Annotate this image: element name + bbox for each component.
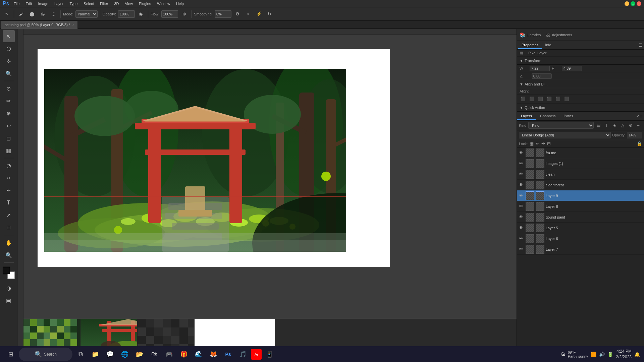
- layers-expand-icon[interactable]: ⤢: [636, 114, 639, 118]
- filter-shape-btn[interactable]: △: [619, 122, 626, 129]
- brush-toggle-2[interactable]: ⬡: [49, 9, 58, 19]
- quick-mask-toggle[interactable]: ◑: [3, 282, 15, 294]
- layer-item-clean[interactable]: 👁 clean: [517, 169, 644, 180]
- eye-icon-layer5[interactable]: 👁: [519, 225, 524, 230]
- symmetry-toggle[interactable]: ⚡: [254, 9, 264, 19]
- smoothing-input[interactable]: [215, 10, 231, 18]
- layer-kind-select[interactable]: Kind: [528, 122, 594, 129]
- taskbar-app-store[interactable]: 🛍: [148, 348, 161, 361]
- brush-preset-picker[interactable]: ⬤: [27, 9, 37, 19]
- filter-pixel-btn[interactable]: ▤: [595, 122, 602, 129]
- taskbar-app-gift[interactable]: 🎁: [177, 348, 191, 361]
- opacity-value-input[interactable]: [627, 132, 642, 138]
- maximize-button[interactable]: □: [631, 1, 635, 6]
- menu-layer[interactable]: Layer: [52, 1, 66, 6]
- align-center-h-btn[interactable]: ⬛: [528, 96, 535, 102]
- layer-item-layer8[interactable]: 👁 Layer 8: [517, 201, 644, 212]
- eye-icon-layer8[interactable]: 👁: [519, 204, 524, 209]
- eyedropper-tool[interactable]: 🔍: [3, 67, 15, 79]
- menu-plugins[interactable]: Plugins: [136, 1, 154, 6]
- layers-list[interactable]: 👁 fra.me 👁 images (1) 👁 clean: [517, 147, 644, 353]
- taskbar-app-phone[interactable]: 📱: [263, 348, 276, 361]
- screen-mode-toggle[interactable]: ▣: [3, 294, 15, 306]
- gradient-tool[interactable]: ▦: [3, 144, 15, 157]
- path-select-tool[interactable]: ↗: [3, 209, 15, 221]
- taskbar-app-files[interactable]: 📂: [133, 348, 146, 361]
- eye-icon-layer6[interactable]: 👁: [519, 236, 524, 241]
- align-section-header[interactable]: ▼ Align and Di...: [517, 80, 644, 88]
- paths-tab[interactable]: Paths: [560, 113, 577, 120]
- task-view-btn[interactable]: ⧉: [74, 348, 87, 361]
- type-tool[interactable]: T: [3, 197, 15, 209]
- canvas-image[interactable]: [44, 69, 346, 252]
- layer-item-layer7[interactable]: 👁 Layer 7: [517, 244, 644, 255]
- layer-item-images1[interactable]: 👁 images (1): [517, 158, 644, 169]
- pen-tool[interactable]: ✒: [3, 184, 15, 196]
- eye-icon-goundpaint[interactable]: 👁: [519, 215, 524, 220]
- hand-tool[interactable]: ✋: [3, 237, 15, 249]
- angle-input[interactable]: ⌖: [244, 9, 253, 19]
- airbrush-toggle[interactable]: ◉: [136, 9, 146, 19]
- taskbar-app-edge[interactable]: 🌐: [118, 348, 131, 361]
- tab-properties[interactable]: Properties: [518, 42, 542, 49]
- lasso-tool[interactable]: ⬡: [3, 43, 15, 55]
- lock-position-btn[interactable]: ✛: [541, 141, 545, 146]
- filter-type-btn[interactable]: T: [603, 122, 610, 129]
- spot-heal-tool[interactable]: ⊙: [3, 82, 15, 95]
- selection-tool[interactable]: ↖: [3, 30, 15, 42]
- layers-tab[interactable]: Layers: [517, 113, 536, 120]
- taskbar-app-cc[interactable]: Ai: [251, 349, 262, 360]
- panel-menu-icon[interactable]: ☰: [639, 43, 643, 48]
- canvas-container[interactable]: [38, 49, 390, 267]
- menu-view[interactable]: View: [122, 1, 136, 6]
- history-brush-tool[interactable]: ↩: [3, 120, 15, 132]
- taskbar-app-water[interactable]: 🌊: [192, 348, 205, 361]
- crop-tool[interactable]: ⊹: [3, 55, 15, 67]
- document-tab[interactable]: actualbg.psd @ 50% (Layer 9, RGB/8) * ×: [1, 21, 78, 29]
- menu-3d[interactable]: 3D: [111, 1, 121, 6]
- align-top-btn[interactable]: ⬛: [546, 96, 552, 102]
- zoom-tool[interactable]: 🔍: [3, 249, 15, 261]
- libraries-panel-btn[interactable]: 📚 Libraries: [520, 32, 541, 38]
- lock-image-btn[interactable]: ✏: [536, 141, 539, 146]
- transform-section-header[interactable]: ▼ Transform: [517, 57, 644, 65]
- eye-icon-images1[interactable]: 👁: [519, 161, 524, 166]
- eye-icon-clean[interactable]: 👁: [519, 172, 524, 177]
- lock-all-btn[interactable]: 🔒: [637, 141, 642, 146]
- dodge-tool[interactable]: ○: [3, 172, 15, 184]
- brush-tool-left[interactable]: ✏: [3, 95, 15, 107]
- brush-toggle-1[interactable]: ◎: [38, 9, 47, 19]
- mode-select[interactable]: Normal: [75, 10, 98, 18]
- align-right-btn[interactable]: ⬛: [537, 96, 544, 102]
- filter-smart-btn[interactable]: ◈: [611, 122, 618, 129]
- start-button[interactable]: ⊞: [4, 348, 17, 361]
- filter-toggle-btn[interactable]: ⊸: [635, 122, 642, 129]
- clone-stamp-tool[interactable]: ⊕: [3, 107, 15, 119]
- taskbar-app-ps[interactable]: Ps: [221, 348, 235, 361]
- layer-item-goundpaint[interactable]: 👁 gound paint: [517, 212, 644, 223]
- taskbar-app-explorer[interactable]: 📁: [89, 348, 102, 361]
- tab-info[interactable]: Info: [542, 42, 554, 49]
- shape-tool[interactable]: □: [3, 222, 15, 234]
- channels-tab[interactable]: Channels: [536, 113, 559, 120]
- move-tool[interactable]: ↖: [2, 9, 11, 19]
- notification-icon[interactable]: 🔔: [634, 352, 640, 357]
- layers-menu-icon[interactable]: ☰: [640, 114, 643, 118]
- taskbar-app-xbox[interactable]: 🎮: [162, 348, 176, 361]
- flow-input[interactable]: [161, 10, 178, 18]
- layer-item-layer5[interactable]: 👁 Layer 5: [517, 223, 644, 233]
- canvas-rotate[interactable]: ↻: [265, 9, 274, 19]
- angle-input-prop[interactable]: [532, 73, 552, 79]
- w-input[interactable]: [530, 66, 550, 71]
- menu-type[interactable]: Type: [67, 1, 80, 6]
- layer-item-layer9[interactable]: 👁 Layer 9: [517, 190, 644, 201]
- smoothing-settings[interactable]: ⚙: [233, 9, 242, 19]
- adjustments-panel-btn[interactable]: ⚖ Adjustments: [546, 32, 572, 38]
- menu-file[interactable]: File: [11, 1, 22, 6]
- layer-item-layer6[interactable]: 👁 Layer 6: [517, 233, 644, 244]
- brush-tool[interactable]: 🖌: [16, 9, 26, 19]
- menu-help[interactable]: Help: [173, 1, 186, 6]
- minimize-button[interactable]: —: [625, 1, 629, 6]
- align-center-v-btn[interactable]: ⬛: [554, 96, 561, 102]
- lock-artboard-btn[interactable]: ⊞: [547, 141, 551, 146]
